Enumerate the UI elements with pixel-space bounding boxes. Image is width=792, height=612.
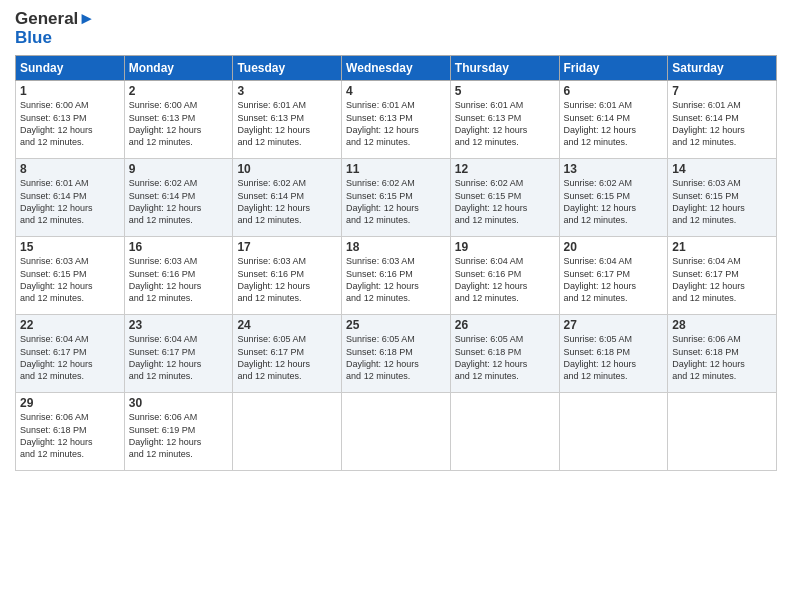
table-row: 1Sunrise: 6:00 AMSunset: 6:13 PMDaylight… (16, 81, 125, 159)
table-row: 25Sunrise: 6:05 AMSunset: 6:18 PMDayligh… (342, 315, 451, 393)
day-info: Sunrise: 6:02 AMSunset: 6:15 PMDaylight:… (346, 177, 446, 226)
day-info: Sunrise: 6:02 AMSunset: 6:14 PMDaylight:… (237, 177, 337, 226)
table-row: 10Sunrise: 6:02 AMSunset: 6:14 PMDayligh… (233, 159, 342, 237)
day-number: 7 (672, 84, 772, 98)
page-header: General► Blue (15, 10, 777, 47)
day-info: Sunrise: 6:04 AMSunset: 6:17 PMDaylight:… (129, 333, 229, 382)
day-info: Sunrise: 6:05 AMSunset: 6:17 PMDaylight:… (237, 333, 337, 382)
day-number: 14 (672, 162, 772, 176)
table-row: 19Sunrise: 6:04 AMSunset: 6:16 PMDayligh… (450, 237, 559, 315)
day-number: 30 (129, 396, 229, 410)
day-number: 5 (455, 84, 555, 98)
day-number: 23 (129, 318, 229, 332)
day-number: 6 (564, 84, 664, 98)
day-info: Sunrise: 6:02 AMSunset: 6:15 PMDaylight:… (455, 177, 555, 226)
day-number: 16 (129, 240, 229, 254)
col-tuesday: Tuesday (233, 56, 342, 81)
day-number: 21 (672, 240, 772, 254)
table-row: 20Sunrise: 6:04 AMSunset: 6:17 PMDayligh… (559, 237, 668, 315)
day-number: 22 (20, 318, 120, 332)
table-row (450, 393, 559, 471)
day-info: Sunrise: 6:01 AMSunset: 6:13 PMDaylight:… (346, 99, 446, 148)
table-row: 26Sunrise: 6:05 AMSunset: 6:18 PMDayligh… (450, 315, 559, 393)
table-row: 15Sunrise: 6:03 AMSunset: 6:15 PMDayligh… (16, 237, 125, 315)
logo-blue-text: Blue (15, 29, 95, 48)
day-info: Sunrise: 6:01 AMSunset: 6:13 PMDaylight:… (237, 99, 337, 148)
table-row: 13Sunrise: 6:02 AMSunset: 6:15 PMDayligh… (559, 159, 668, 237)
day-info: Sunrise: 6:03 AMSunset: 6:16 PMDaylight:… (129, 255, 229, 304)
day-info: Sunrise: 6:01 AMSunset: 6:14 PMDaylight:… (20, 177, 120, 226)
table-row: 9Sunrise: 6:02 AMSunset: 6:14 PMDaylight… (124, 159, 233, 237)
day-number: 11 (346, 162, 446, 176)
calendar-page: General► Blue Sunday Monday Tuesday Wedn… (0, 0, 792, 612)
table-row: 23Sunrise: 6:04 AMSunset: 6:17 PMDayligh… (124, 315, 233, 393)
day-info: Sunrise: 6:06 AMSunset: 6:19 PMDaylight:… (129, 411, 229, 460)
table-row: 18Sunrise: 6:03 AMSunset: 6:16 PMDayligh… (342, 237, 451, 315)
table-row: 17Sunrise: 6:03 AMSunset: 6:16 PMDayligh… (233, 237, 342, 315)
table-row: 30Sunrise: 6:06 AMSunset: 6:19 PMDayligh… (124, 393, 233, 471)
day-number: 18 (346, 240, 446, 254)
day-number: 19 (455, 240, 555, 254)
day-number: 8 (20, 162, 120, 176)
day-info: Sunrise: 6:01 AMSunset: 6:14 PMDaylight:… (672, 99, 772, 148)
day-number: 10 (237, 162, 337, 176)
day-number: 25 (346, 318, 446, 332)
day-number: 4 (346, 84, 446, 98)
table-row: 16Sunrise: 6:03 AMSunset: 6:16 PMDayligh… (124, 237, 233, 315)
day-info: Sunrise: 6:04 AMSunset: 6:17 PMDaylight:… (564, 255, 664, 304)
col-sunday: Sunday (16, 56, 125, 81)
day-info: Sunrise: 6:04 AMSunset: 6:17 PMDaylight:… (20, 333, 120, 382)
day-number: 1 (20, 84, 120, 98)
day-info: Sunrise: 6:05 AMSunset: 6:18 PMDaylight:… (455, 333, 555, 382)
table-row: 29Sunrise: 6:06 AMSunset: 6:18 PMDayligh… (16, 393, 125, 471)
col-monday: Monday (124, 56, 233, 81)
table-row: 27Sunrise: 6:05 AMSunset: 6:18 PMDayligh… (559, 315, 668, 393)
day-number: 20 (564, 240, 664, 254)
logo: General► Blue (15, 10, 95, 47)
table-row: 22Sunrise: 6:04 AMSunset: 6:17 PMDayligh… (16, 315, 125, 393)
day-info: Sunrise: 6:06 AMSunset: 6:18 PMDaylight:… (672, 333, 772, 382)
day-info: Sunrise: 6:04 AMSunset: 6:16 PMDaylight:… (455, 255, 555, 304)
col-friday: Friday (559, 56, 668, 81)
table-row (559, 393, 668, 471)
col-thursday: Thursday (450, 56, 559, 81)
day-number: 24 (237, 318, 337, 332)
day-number: 27 (564, 318, 664, 332)
day-info: Sunrise: 6:03 AMSunset: 6:15 PMDaylight:… (20, 255, 120, 304)
day-number: 2 (129, 84, 229, 98)
table-row (233, 393, 342, 471)
table-row: 7Sunrise: 6:01 AMSunset: 6:14 PMDaylight… (668, 81, 777, 159)
day-info: Sunrise: 6:02 AMSunset: 6:14 PMDaylight:… (129, 177, 229, 226)
table-row (342, 393, 451, 471)
day-info: Sunrise: 6:05 AMSunset: 6:18 PMDaylight:… (564, 333, 664, 382)
day-info: Sunrise: 6:06 AMSunset: 6:18 PMDaylight:… (20, 411, 120, 460)
table-row: 2Sunrise: 6:00 AMSunset: 6:13 PMDaylight… (124, 81, 233, 159)
table-row: 8Sunrise: 6:01 AMSunset: 6:14 PMDaylight… (16, 159, 125, 237)
day-info: Sunrise: 6:00 AMSunset: 6:13 PMDaylight:… (129, 99, 229, 148)
col-wednesday: Wednesday (342, 56, 451, 81)
day-number: 26 (455, 318, 555, 332)
day-info: Sunrise: 6:00 AMSunset: 6:13 PMDaylight:… (20, 99, 120, 148)
calendar-table: Sunday Monday Tuesday Wednesday Thursday… (15, 55, 777, 471)
table-row: 28Sunrise: 6:06 AMSunset: 6:18 PMDayligh… (668, 315, 777, 393)
day-number: 28 (672, 318, 772, 332)
table-row: 6Sunrise: 6:01 AMSunset: 6:14 PMDaylight… (559, 81, 668, 159)
day-number: 15 (20, 240, 120, 254)
day-number: 3 (237, 84, 337, 98)
day-info: Sunrise: 6:01 AMSunset: 6:13 PMDaylight:… (455, 99, 555, 148)
day-number: 12 (455, 162, 555, 176)
day-info: Sunrise: 6:05 AMSunset: 6:18 PMDaylight:… (346, 333, 446, 382)
day-info: Sunrise: 6:01 AMSunset: 6:14 PMDaylight:… (564, 99, 664, 148)
calendar-header-row: Sunday Monday Tuesday Wednesday Thursday… (16, 56, 777, 81)
col-saturday: Saturday (668, 56, 777, 81)
day-info: Sunrise: 6:03 AMSunset: 6:16 PMDaylight:… (346, 255, 446, 304)
day-number: 13 (564, 162, 664, 176)
table-row: 5Sunrise: 6:01 AMSunset: 6:13 PMDaylight… (450, 81, 559, 159)
table-row: 4Sunrise: 6:01 AMSunset: 6:13 PMDaylight… (342, 81, 451, 159)
table-row: 12Sunrise: 6:02 AMSunset: 6:15 PMDayligh… (450, 159, 559, 237)
table-row: 24Sunrise: 6:05 AMSunset: 6:17 PMDayligh… (233, 315, 342, 393)
table-row: 21Sunrise: 6:04 AMSunset: 6:17 PMDayligh… (668, 237, 777, 315)
day-number: 17 (237, 240, 337, 254)
day-number: 29 (20, 396, 120, 410)
day-info: Sunrise: 6:02 AMSunset: 6:15 PMDaylight:… (564, 177, 664, 226)
